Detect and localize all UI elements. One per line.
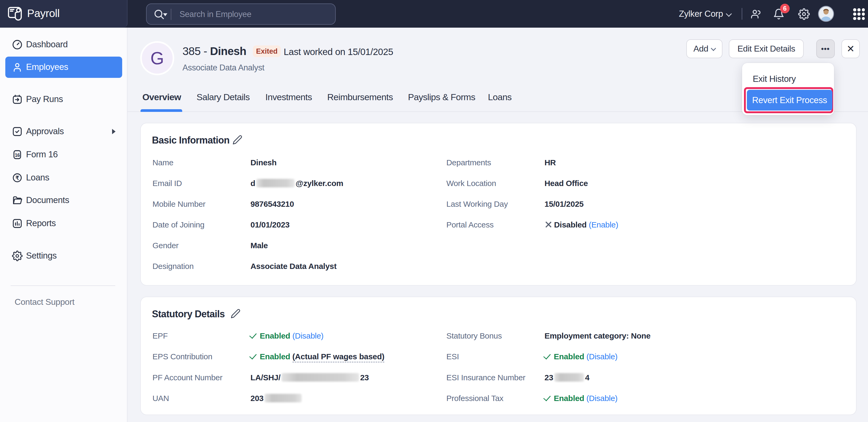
svg-text:16: 16 <box>15 153 20 158</box>
svg-text:₹: ₹ <box>16 175 19 181</box>
